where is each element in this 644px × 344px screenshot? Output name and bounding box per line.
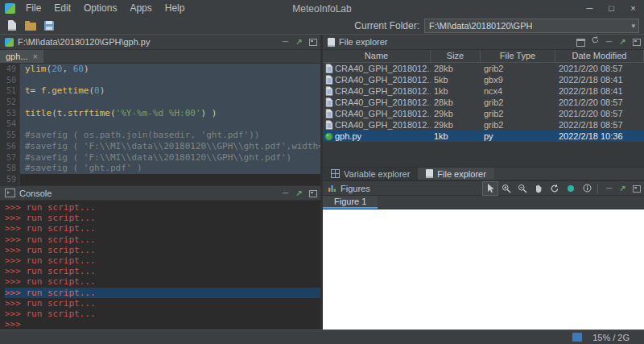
code-text: #savefig ( 'F:\\MI\\data\\20180120\\GPH\… <box>20 152 320 164</box>
console-line: >>> run script... <box>5 255 320 266</box>
maximize-window-button[interactable]: □ <box>601 0 622 17</box>
current-folder-value: F:\MI\data\20180120\GPH <box>429 21 630 31</box>
column-header-file-type[interactable]: File Type <box>481 50 555 62</box>
file-row[interactable]: CRA40_GPH_2018012...1kbncx42022/2/18 08:… <box>323 85 644 97</box>
figures-minimize-icon[interactable]: ─ <box>602 181 616 196</box>
save-file-icon <box>44 21 54 31</box>
figures-title: Figures <box>341 184 370 193</box>
column-header-date-modified[interactable]: Date Modified <box>555 50 644 62</box>
file-size: 5kb <box>431 74 481 86</box>
code-line: 53title(t.strftime('%Y-%m-%d %H:00') ) <box>0 108 320 119</box>
file-date: 2022/2/18 10:36 <box>555 131 644 143</box>
code-line: 52 <box>0 97 320 108</box>
console-prompt[interactable]: >>> <box>5 319 320 329</box>
console-minimize-icon[interactable]: ─ <box>279 186 292 201</box>
figure-canvas[interactable] <box>323 209 644 329</box>
grid-icon <box>331 169 340 178</box>
current-folder-select[interactable]: F:\MI\data\20180120\GPH ▾ <box>424 19 639 33</box>
figures-chart-icon <box>328 184 336 193</box>
file-row[interactable]: CRA40_GPH_2018012...29kbgrib22022/2/18 0… <box>323 119 644 131</box>
file-name: CRA40_GPH_2018012... <box>335 85 431 97</box>
cursor-tool-icon[interactable] <box>482 181 498 196</box>
save-file-button[interactable] <box>40 18 57 33</box>
file-row[interactable]: CRA40_GPH_2018012...29kbgrib22021/2/20 0… <box>323 108 644 119</box>
tab-close-icon[interactable]: × <box>33 52 38 61</box>
file-size: 28kb <box>431 63 481 75</box>
code-text: title(t.strftime('%Y-%m-%d %H:00') ) <box>20 108 320 119</box>
file-explorer-minimize-icon[interactable]: ─ <box>602 35 616 49</box>
file-table: CRA40_GPH_2018012...28kbgrib22021/2/20 0… <box>323 63 644 167</box>
file-explorer-float-icon[interactable]: ↗ <box>616 35 630 49</box>
file-explorer-panels-icon[interactable] <box>576 39 585 47</box>
pan-tool-icon[interactable] <box>530 181 547 196</box>
menu-edit[interactable]: Edit <box>47 0 77 17</box>
file-name: CRA40_GPH_2018012... <box>335 108 431 120</box>
file-row[interactable]: CRA40_GPH_2018012...5kbgbx92022/2/18 08:… <box>323 74 644 85</box>
marker-tool-icon[interactable] <box>563 181 579 196</box>
editor-dock-icon[interactable] <box>309 39 317 46</box>
file-type: grib2 <box>481 108 555 120</box>
line-number: 59 <box>0 174 20 185</box>
console-line: >>> run script... <box>5 309 320 319</box>
menu-apps[interactable]: Apps <box>123 0 158 17</box>
minimize-window-button[interactable]: ─ <box>579 0 601 17</box>
code-line: 51t= f.gettime(0) <box>0 85 320 97</box>
console-line: >>> run script... <box>5 213 320 223</box>
code-text <box>20 118 320 130</box>
code-text <box>20 174 320 185</box>
file-type: ncx4 <box>481 85 555 97</box>
file-row[interactable]: CRA40_GPH_2018012...28kbgrib22021/2/20 0… <box>323 97 644 108</box>
menu-options[interactable]: Options <box>77 0 123 17</box>
file-icon <box>323 119 335 131</box>
console-line: >>> run script... <box>5 245 320 255</box>
column-header-name[interactable]: Name <box>323 50 431 62</box>
file-table-header: NameSizeFile TypeDate Modified <box>323 50 644 63</box>
code-line: 55#savefig ( os.path.join(basedir, 'ght.… <box>0 130 320 141</box>
file-date: 2021/2/20 08:57 <box>555 63 644 75</box>
rotate-tool-icon[interactable] <box>547 181 563 196</box>
menu-file[interactable]: File <box>19 0 47 17</box>
window-controls: ─ □ × <box>579 0 644 17</box>
line-number: 54 <box>0 118 20 130</box>
tab-variable-explorer[interactable]: Variable explorer <box>323 168 418 180</box>
toolbar-divider <box>597 184 598 193</box>
file-date: 2021/2/20 08:57 <box>555 108 644 120</box>
memory-indicator[interactable]: 15% / 2G <box>572 333 630 342</box>
open-folder-button[interactable] <box>22 18 39 33</box>
code-editor[interactable]: 49ylim(20, 60)5051t= f.gettime(0)5253tit… <box>0 64 320 185</box>
console-output[interactable]: >>> run script...>>> run script...>>> ru… <box>0 201 320 329</box>
tab-file-explorer[interactable]: File explorer <box>418 168 494 180</box>
editor-float-icon[interactable]: ↗ <box>292 35 306 49</box>
figure-tab-label: Figure 1 <box>334 197 366 206</box>
file-type: grib2 <box>481 97 555 109</box>
file-icon <box>323 63 335 74</box>
file-explorer-dock-icon[interactable] <box>633 39 641 46</box>
tab-figure-1[interactable]: Figure 1 <box>323 196 378 209</box>
file-explorer-refresh-icon[interactable] <box>588 35 602 49</box>
app-title: MeteoInfoLab <box>292 3 351 15</box>
file-row[interactable]: gph.py1kbpy2022/2/18 10:36 <box>323 131 644 142</box>
info-tool-icon[interactable] <box>579 181 595 196</box>
console-dock-icon[interactable] <box>309 190 317 197</box>
python-file-icon <box>323 131 335 142</box>
panel-tab-label: File explorer <box>437 169 486 179</box>
file-type: gbx9 <box>481 74 555 86</box>
status-bar: 15% / 2G <box>0 329 644 344</box>
menu-help[interactable]: Help <box>159 0 192 17</box>
file-date: 2021/2/20 08:57 <box>555 97 644 109</box>
console-float-icon[interactable]: ↗ <box>292 186 306 201</box>
file-row[interactable]: CRA40_GPH_2018012...28kbgrib22021/2/20 0… <box>323 63 644 74</box>
app-logo-icon <box>5 3 15 14</box>
editor-tab-gph[interactable]: gph... × <box>0 50 43 63</box>
zoom-in-tool-icon[interactable] <box>498 181 514 196</box>
figures-dock-icon[interactable] <box>633 185 641 193</box>
figures-float-icon[interactable]: ↗ <box>616 181 630 196</box>
editor-minimize-icon[interactable]: ─ <box>279 35 292 49</box>
code-text: #savefig ( os.path.join(basedir, 'ght.pd… <box>20 130 320 141</box>
file-size: 1kb <box>431 85 481 97</box>
zoom-out-tool-icon[interactable] <box>514 181 530 196</box>
console-titlebar: Console ─↗ <box>0 185 320 201</box>
close-window-button[interactable]: × <box>622 0 644 17</box>
new-file-button[interactable] <box>3 18 20 33</box>
column-header-size[interactable]: Size <box>431 50 481 62</box>
